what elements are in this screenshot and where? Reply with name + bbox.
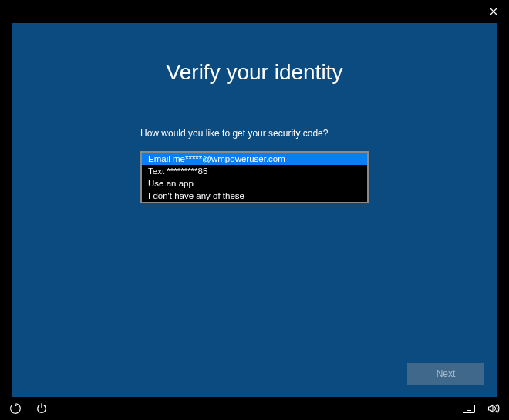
ease-of-access-icon [9,402,22,415]
main-panel: Verify your identity How would you like … [12,23,497,397]
option-none[interactable]: I don't have any of these [142,190,367,202]
volume-icon [487,402,500,415]
bottombar-right [463,402,500,415]
bottombar-left [9,402,48,415]
close-button[interactable] [487,5,500,18]
content-area: How would you like to get your security … [140,128,369,203]
volume-button[interactable] [487,402,500,415]
input-indicator-button[interactable] [463,402,475,415]
bottombar [0,397,509,420]
power-button[interactable] [35,402,48,415]
option-email[interactable]: Email me*****@wmpoweruser.com [142,153,367,165]
power-icon [35,402,48,415]
page-title: Verify your identity [12,60,497,85]
next-button[interactable]: Next [407,363,484,385]
verification-method-dropdown[interactable]: Email me*****@wmpoweruser.com Text *****… [140,151,369,203]
close-icon [489,7,498,16]
titlebar [0,0,509,23]
option-text[interactable]: Text *********85 [142,165,367,177]
keyboard-icon [463,405,475,413]
option-app[interactable]: Use an app [142,177,367,190]
ease-of-access-button[interactable] [9,402,22,415]
prompt-text: How would you like to get your security … [140,128,369,139]
